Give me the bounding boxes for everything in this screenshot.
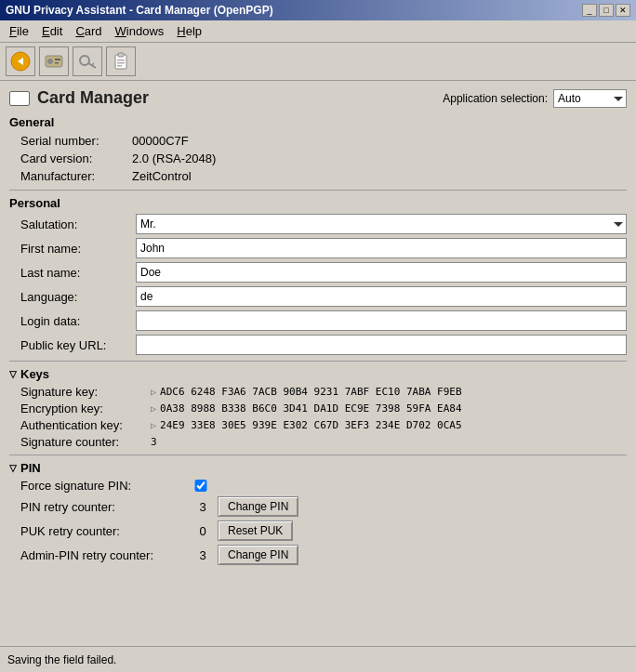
toolbar-clipboard-button[interactable] xyxy=(106,46,136,76)
svg-rect-12 xyxy=(117,62,125,64)
language-label: Language: xyxy=(20,290,132,304)
sig-key-value: ▷ ADC6 6248 F3A6 7ACB 90B4 9231 7ABF EC1… xyxy=(151,385,627,399)
svg-line-8 xyxy=(92,63,94,65)
toolbar-key-button[interactable] xyxy=(73,46,102,76)
enc-key-arrow-icon: ▷ xyxy=(151,403,156,414)
title-bar-buttons: _ □ ✕ xyxy=(582,4,630,17)
first-name-input[interactable] xyxy=(136,238,627,258)
salutation-label: Salutation: xyxy=(20,217,132,231)
keys-section-header[interactable]: ▽ Keys xyxy=(9,367,627,381)
general-section-header: General xyxy=(9,115,627,129)
card-version-label: Card version: xyxy=(20,151,132,166)
main-content: Card Manager Application selection: Auto… xyxy=(0,81,636,639)
keys-chevron-icon: ▽ xyxy=(9,369,17,379)
keys-label: Keys xyxy=(20,367,49,381)
card-version-value: 2.0 (RSA-2048) xyxy=(132,151,627,166)
manufacturer-label: Manufacturer: xyxy=(20,168,132,184)
status-message: Saving the field failed. xyxy=(7,653,116,666)
pin-retry-value: 3 xyxy=(192,500,214,514)
menu-bar: File Edit Card Windows Help xyxy=(0,20,636,43)
app-selection-dropdown[interactable]: Auto OpenPGP NKS xyxy=(553,89,627,108)
pin-chevron-icon: ▽ xyxy=(9,463,17,473)
id-icon xyxy=(44,51,64,72)
svg-rect-13 xyxy=(117,65,122,67)
card-manager-label: Card Manager xyxy=(37,88,149,108)
first-name-label: First name: xyxy=(20,242,132,256)
key-icon xyxy=(77,51,98,72)
toolbar-back-button[interactable] xyxy=(6,46,35,76)
serial-label: Serial number: xyxy=(20,133,132,149)
public-key-url-input[interactable] xyxy=(136,335,627,355)
pin-retry-label: PIN retry counter: xyxy=(20,500,188,514)
app-selection-area: Application selection: Auto OpenPGP NKS xyxy=(443,89,627,108)
card-icon xyxy=(9,91,30,106)
menu-card[interactable]: Card xyxy=(70,22,107,40)
sig-counter-label: Signature counter: xyxy=(20,435,151,449)
puk-retry-label: PUK retry counter: xyxy=(20,524,188,538)
public-key-url-label: Public key URL: xyxy=(20,338,132,352)
pin-section-header[interactable]: ▽ PIN xyxy=(9,461,627,475)
enc-key-label: Encryption key: xyxy=(20,402,151,415)
menu-file[interactable]: File xyxy=(4,22,34,40)
login-data-label: Login data: xyxy=(20,314,132,328)
general-info-grid: Serial number: 00000C7F Card version: 2.… xyxy=(20,133,627,184)
toolbar xyxy=(0,43,636,81)
window-title: GNU Privacy Assistant - Card Manager (Op… xyxy=(6,4,273,17)
auth-key-value: ▷ 24E9 33E8 30E5 939E E302 C67D 3EF3 234… xyxy=(151,418,627,432)
sig-counter-value: 3 xyxy=(151,435,627,449)
sig-key-arrow-icon: ▷ xyxy=(151,387,156,397)
maximize-button[interactable]: □ xyxy=(599,4,614,17)
serial-value: 00000C7F xyxy=(132,133,627,149)
personal-section-header: Personal xyxy=(9,196,627,210)
change-pin-button[interactable]: Change PIN xyxy=(218,496,298,517)
clipboard-icon xyxy=(111,51,131,72)
app-selection-label: Application selection: xyxy=(443,92,548,105)
admin-retry-label: Admin-PIN retry counter: xyxy=(20,548,188,562)
back-icon xyxy=(10,51,31,72)
force-sig-label: Force signature PIN: xyxy=(20,479,188,493)
close-button[interactable]: ✕ xyxy=(616,4,630,17)
title-bar: GNU Privacy Assistant - Card Manager (Op… xyxy=(0,0,636,20)
admin-change-pin-button[interactable]: Change PIN xyxy=(218,545,298,565)
auth-key-text: 24E9 33E8 30E5 939E E302 C67D 3EF3 234E … xyxy=(160,419,462,431)
last-name-input[interactable] xyxy=(136,262,627,283)
toolbar-id-button[interactable] xyxy=(39,46,69,76)
header-row: Card Manager Application selection: Auto… xyxy=(9,88,627,108)
enc-key-value: ▷ 0A38 8988 B338 B6C0 3D41 DA1D EC9E 739… xyxy=(151,402,627,415)
svg-point-6 xyxy=(80,56,89,65)
svg-rect-5 xyxy=(55,62,59,64)
svg-rect-4 xyxy=(55,59,60,60)
language-input[interactable] xyxy=(136,286,627,307)
personal-grid: Salutation: Mr. Mrs. Ms. Dr. Prof. First… xyxy=(20,214,627,355)
force-sig-checkbox[interactable] xyxy=(192,480,210,492)
svg-rect-10 xyxy=(118,53,124,57)
menu-help[interactable]: Help xyxy=(171,22,207,40)
puk-retry-value: 0 xyxy=(192,524,214,538)
svg-line-7 xyxy=(88,63,96,68)
salutation-select[interactable]: Mr. Mrs. Ms. Dr. Prof. xyxy=(136,214,627,234)
login-data-input[interactable] xyxy=(136,310,627,331)
sig-key-label: Signature key: xyxy=(20,385,151,399)
svg-point-3 xyxy=(47,59,53,64)
reset-puk-button[interactable]: Reset PUK xyxy=(218,520,293,541)
sig-key-text: ADC6 6248 F3A6 7ACB 90B4 9231 7ABF EC10 … xyxy=(160,386,462,398)
enc-key-text: 0A38 8988 B338 B6C0 3D41 DA1D EC9E 7398 … xyxy=(160,402,462,415)
card-manager-title: Card Manager xyxy=(9,88,149,108)
svg-rect-11 xyxy=(117,59,125,61)
menu-windows[interactable]: Windows xyxy=(110,22,170,40)
last-name-label: Last name: xyxy=(20,266,132,280)
menu-edit[interactable]: Edit xyxy=(36,22,68,40)
keys-grid: Signature key: ▷ ADC6 6248 F3A6 7ACB 90B… xyxy=(20,385,627,449)
status-bar: Saving the field failed. xyxy=(0,646,636,672)
auth-key-arrow-icon: ▷ xyxy=(151,420,156,430)
admin-retry-value: 3 xyxy=(192,548,214,562)
minimize-button[interactable]: _ xyxy=(582,4,597,17)
force-sig-row: Force signature PIN: xyxy=(20,479,627,493)
auth-key-label: Authentication key: xyxy=(20,418,151,432)
manufacturer-value: ZeitControl xyxy=(132,168,627,184)
pin-label: PIN xyxy=(20,461,41,475)
